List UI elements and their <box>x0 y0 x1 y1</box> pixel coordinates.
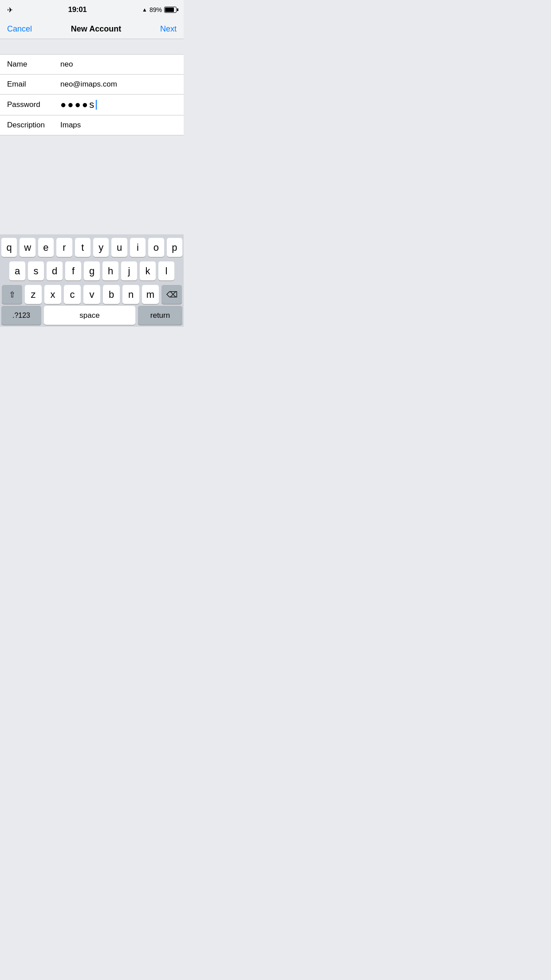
name-label: Name <box>7 60 60 69</box>
key-k[interactable]: k <box>140 261 156 281</box>
key-row-2: a s d f g h j k l <box>1 261 182 281</box>
key-x[interactable]: x <box>44 285 61 304</box>
airplane-icon: ✈ <box>7 6 13 14</box>
battery-percent: 89% <box>150 6 162 13</box>
top-spacer <box>0 39 184 54</box>
keyboard-bottom-row: .?123 space return <box>0 306 184 327</box>
key-o[interactable]: o <box>148 238 164 257</box>
key-e[interactable]: e <box>38 238 54 257</box>
status-bar: ✈ 19:01 ▲ 89% <box>0 0 184 20</box>
keyboard-rows: q w e r t y u i o p a s d f g h j k l ⇧ … <box>0 234 184 306</box>
form-row-email: Email neo@imaps.com <box>0 75 184 95</box>
key-q[interactable]: q <box>1 238 17 257</box>
shift-key[interactable]: ⇧ <box>2 285 22 304</box>
key-w[interactable]: w <box>20 238 35 257</box>
name-value[interactable]: neo <box>60 60 177 69</box>
delete-key[interactable]: ⌫ <box>161 285 182 304</box>
location-icon: ▲ <box>142 7 147 13</box>
status-time: 19:01 <box>68 5 87 14</box>
email-label: Email <box>7 80 60 89</box>
key-l[interactable]: l <box>158 261 174 281</box>
return-key[interactable]: return <box>138 306 182 325</box>
next-button[interactable]: Next <box>160 24 177 34</box>
cursor <box>96 100 97 110</box>
num-key[interactable]: .?123 <box>1 306 41 325</box>
battery-icon <box>164 7 177 13</box>
description-value[interactable]: Imaps <box>60 121 177 130</box>
form-row-name: Name neo <box>0 55 184 75</box>
status-right: ▲ 89% <box>142 6 177 13</box>
form-row-description: Description Imaps <box>0 115 184 135</box>
space-key[interactable]: space <box>44 306 135 325</box>
status-left: ✈ <box>7 6 13 14</box>
key-a[interactable]: a <box>9 261 25 281</box>
keyboard: q w e r t y u i o p a s d f g h j k l ⇧ … <box>0 234 184 327</box>
key-g[interactable]: g <box>84 261 100 281</box>
key-u[interactable]: u <box>111 238 127 257</box>
cancel-button[interactable]: Cancel <box>7 24 32 34</box>
key-row-3: ⇧ z x c v b n m ⌫ <box>1 285 182 304</box>
key-d[interactable]: d <box>47 261 63 281</box>
page-title: New Account <box>71 24 121 34</box>
description-label: Description <box>7 121 60 130</box>
middle-area <box>0 135 184 224</box>
key-f[interactable]: f <box>65 261 81 281</box>
key-p[interactable]: p <box>167 238 182 257</box>
battery-fill <box>165 8 174 12</box>
key-y[interactable]: y <box>93 238 109 257</box>
password-value[interactable]: ●●●●s <box>60 100 97 110</box>
key-s[interactable]: s <box>28 261 44 281</box>
key-row-1: q w e r t y u i o p <box>1 238 182 257</box>
navigation-bar: Cancel New Account Next <box>0 20 184 39</box>
key-r[interactable]: r <box>56 238 72 257</box>
key-b[interactable]: b <box>103 285 120 304</box>
key-j[interactable]: j <box>121 261 137 281</box>
key-v[interactable]: v <box>83 285 100 304</box>
key-i[interactable]: i <box>130 238 146 257</box>
password-label: Password <box>7 100 60 109</box>
password-dots: ●●●●s <box>60 100 95 110</box>
form-row-password: Password ●●●●s <box>0 95 184 115</box>
key-t[interactable]: t <box>75 238 91 257</box>
key-h[interactable]: h <box>102 261 118 281</box>
email-value[interactable]: neo@imaps.com <box>60 80 177 89</box>
key-m[interactable]: m <box>142 285 159 304</box>
key-n[interactable]: n <box>122 285 139 304</box>
form-section: Name neo Email neo@imaps.com Password ●●… <box>0 54 184 135</box>
key-z[interactable]: z <box>25 285 42 304</box>
key-c[interactable]: c <box>64 285 81 304</box>
